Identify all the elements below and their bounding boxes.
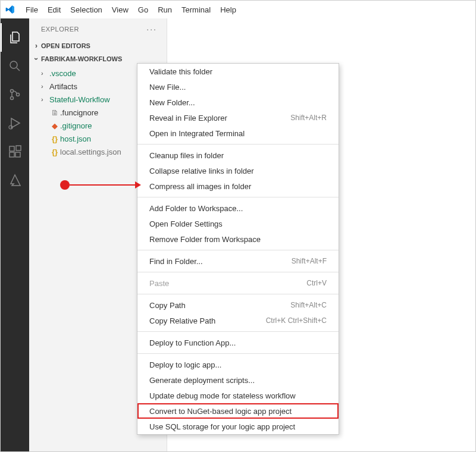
svg-rect-7 [10,152,14,157]
context-menu-label: Convert to NuGet-based logic app project [149,407,292,416]
menu-file[interactable]: File [21,3,43,17]
context-menu-item[interactable]: Use SQL storage for your logic app proje… [137,419,339,434]
menu-terminal[interactable]: Terminal [177,3,215,17]
search-icon [8,59,22,73]
source-control-icon [8,87,22,102]
context-menu-item[interactable]: New File... [137,79,339,95]
context-menu-separator [137,197,339,197]
chevron-right-icon: › [41,83,49,90]
context-menu-item[interactable]: Compress all images in folder [137,178,339,194]
context-menu-item[interactable]: Convert to NuGet-based logic app project [137,403,339,419]
chevron-right-icon: › [41,70,49,77]
chevron-down-icon: › [32,54,40,64]
activity-run-debug[interactable] [1,109,29,137]
context-menu-separator [137,144,339,145]
context-menu-label: Copy Path [149,301,186,310]
context-menu-label: Copy Relative Path [149,316,215,325]
context-menu-item[interactable]: Add Folder to Workspace... [137,200,339,216]
context-menu-item[interactable]: Collapse relative links in folder [137,163,339,178]
context-menu-label: Reveal in File Explorer [149,114,227,123]
context-menu-label: Validate this folder [149,67,212,76]
context-menu-item[interactable]: Open Folder Settings [137,216,339,231]
context-menu-shortcut: Shift+Alt+F [292,257,327,265]
svg-point-0 [10,61,17,68]
activity-search[interactable] [1,52,29,80]
context-menu-item[interactable]: Cleanup files in folder [137,147,339,163]
svg-line-1 [17,68,20,71]
open-editors-section[interactable]: › OPEN EDITORS [29,39,167,52]
explorer-more-icon[interactable]: ··· [146,24,157,34]
context-menu-label: Add Folder to Workspace... [149,204,243,213]
debug-icon [8,116,22,130]
activity-source-control[interactable] [1,80,29,109]
context-menu-label: Deploy to logic app... [149,360,221,369]
menu-view[interactable]: View [107,3,133,17]
context-menu-item[interactable]: Update debug mode for stateless workflow [137,388,339,403]
json-icon: {} [49,134,60,143]
context-menu-item[interactable]: Reveal in File ExplorerShift+Alt+R [137,110,339,125]
context-menu-label: Cleanup files in folder [149,151,224,160]
svg-point-2 [11,90,14,93]
svg-rect-8 [15,152,20,157]
menubar: File Edit Selection View Go Run Terminal… [1,1,475,18]
activity-azure[interactable] [1,166,29,194]
context-menu-separator [137,250,339,250]
context-menu-label: Update debug mode for stateless workflow [149,391,296,400]
context-menu-label: Remove Folder from Workspace [149,235,261,244]
context-menu-label: Deploy to Function App... [149,338,236,347]
vscode-logo-icon [5,5,15,14]
context-menu-item[interactable]: Find in Folder...Shift+Alt+F [137,253,339,269]
context-menu-separator [137,331,339,332]
context-menu-label: Find in Folder... [149,257,203,266]
chevron-right-icon: › [32,42,41,50]
context-menu-item[interactable]: Copy PathShift+Alt+C [137,297,339,313]
explorer-title: EXPLORER [41,26,79,33]
chevron-right-icon: › [41,96,49,103]
context-menu-item[interactable]: New Folder... [137,95,339,110]
context-menu-label: Paste [149,279,169,288]
document-icon: 🗎 [49,108,60,117]
context-menu: Validate this folderNew File...New Folde… [137,63,339,435]
context-menu-label: Open Folder Settings [149,219,223,228]
context-menu-item: PasteCtrl+V [137,275,339,291]
svg-rect-9 [16,146,21,150]
menu-help[interactable]: Help [215,3,241,17]
context-menu-label: Compress all images in folder [149,182,251,191]
context-menu-label: New File... [149,83,186,92]
context-menu-shortcut: Shift+Alt+R [290,114,327,122]
context-menu-label: Open in Integrated Terminal [149,129,245,138]
context-menu-shortcut: Shift+Alt+C [290,301,327,309]
context-menu-separator [137,272,339,272]
git-icon: ◆ [49,121,60,130]
extensions-icon [8,145,22,159]
context-menu-item[interactable]: Generate deployment scripts... [137,372,339,388]
svg-point-4 [17,93,20,96]
context-menu-label: Generate deployment scripts... [149,376,255,385]
context-menu-separator [137,353,339,354]
context-menu-item[interactable]: Validate this folder [137,64,339,79]
context-menu-item[interactable]: Copy Relative PathCtrl+K Ctrl+Shift+C [137,313,339,328]
svg-rect-6 [10,146,14,151]
svg-point-3 [11,97,14,100]
files-icon [8,30,22,45]
json-icon: {} [49,147,60,156]
menu-go[interactable]: Go [133,3,153,17]
context-menu-shortcut: Ctrl+V [306,279,327,287]
context-menu-item[interactable]: Deploy to Function App... [137,335,339,350]
context-menu-item[interactable]: Open in Integrated Terminal [137,125,339,141]
context-menu-shortcut: Ctrl+K Ctrl+Shift+C [266,316,327,325]
context-menu-separator [137,294,339,294]
context-menu-label: Use SQL storage for your logic app proje… [149,422,295,431]
activity-extensions[interactable] [1,137,29,166]
context-menu-item[interactable]: Remove Folder from Workspace [137,231,339,247]
context-menu-label: Collapse relative links in folder [149,167,254,175]
menu-edit[interactable]: Edit [43,3,65,17]
context-menu-label: New Folder... [149,98,195,107]
azure-icon [8,173,22,187]
activity-bar [1,18,29,451]
annotation-arrow [60,180,141,190]
context-menu-item[interactable]: Deploy to logic app... [137,357,339,372]
activity-explorer[interactable] [1,23,29,52]
menu-run[interactable]: Run [153,3,177,17]
menu-selection[interactable]: Selection [65,3,107,17]
